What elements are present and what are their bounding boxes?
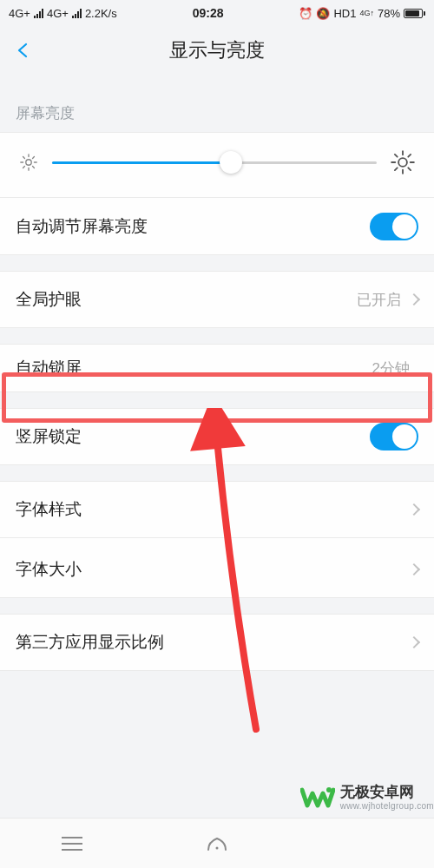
svg-line-8 [33,157,35,159]
status-bar: 4G+ 4G+ 2.2K/s 09:28 ⏰ 🔕 HD1 4G↑ 78% [0,0,434,26]
nav-header: 显示与亮度 [0,26,434,74]
nav-home-button[interactable] [205,832,229,856]
slider-thumb[interactable] [220,151,242,174]
chevron-right-icon [408,562,420,575]
third-party-ratio-label: 第三方应用显示比例 [16,631,410,654]
svg-point-0 [26,160,31,165]
svg-line-16 [395,168,398,170]
brightness-slider-row [0,132,434,198]
row-eye-protect[interactable]: 全局护眼 已开启 [0,271,434,328]
signal-bars-icon [72,9,82,18]
watermark-subtitle: www.wjhotelgroup.com [340,801,434,811]
nav-recent-button[interactable] [60,832,84,856]
auto-brightness-label: 自动调节屏幕亮度 [16,215,370,238]
battery-icon [404,9,425,18]
battery-pct: 78% [378,7,400,20]
row-auto-lock[interactable]: 自动锁屏 2分钟 [0,344,434,392]
chevron-right-icon [408,636,420,648]
watermark: 无极安卓网 www.wjhotelgroup.com [290,779,434,816]
status-left: 4G+ 4G+ 2.2K/s [9,7,117,20]
eye-protect-value: 已开启 [357,290,401,310]
bottom-nav [0,818,434,868]
row-font-size[interactable]: 字体大小 [0,541,434,598]
svg-point-9 [398,158,407,167]
svg-line-17 [408,155,411,157]
row-auto-brightness[interactable]: 自动调节屏幕亮度 [0,198,434,255]
status-time: 09:28 [117,6,299,20]
svg-line-6 [33,167,35,168]
eye-protect-label: 全局护眼 [16,288,357,311]
portrait-lock-label: 竖屏锁定 [16,425,370,448]
portrait-lock-toggle[interactable] [370,423,418,450]
status-right: ⏰ 🔕 HD1 4G↑ 78% [299,7,425,20]
chevron-right-icon [408,503,420,516]
svg-line-15 [408,168,411,170]
chevron-right-icon [408,293,420,306]
auto-lock-value: 2分钟 [372,358,410,378]
svg-line-7 [23,167,25,168]
auto-lock-label: 自动锁屏 [16,357,372,379]
watermark-title: 无极安卓网 [340,785,434,801]
dnd-icon: 🔕 [316,7,330,20]
auto-brightness-toggle[interactable] [370,213,418,240]
row-third-party-ratio[interactable]: 第三方应用显示比例 [0,614,434,671]
svg-line-14 [395,155,398,157]
row-portrait-lock[interactable]: 竖屏锁定 [0,408,434,465]
font-style-label: 字体样式 [16,498,410,521]
svg-point-19 [215,846,218,849]
brightness-slider[interactable] [52,152,377,173]
hamburger-icon [62,837,82,851]
svg-point-18 [326,787,332,792]
net-mini: 4G↑ [359,9,374,17]
sun-small-icon [19,153,38,172]
font-size-label: 字体大小 [16,558,410,581]
watermark-logo-icon [300,785,335,811]
network-label-2: 4G+ [47,7,69,20]
sun-large-icon [391,150,415,174]
alarm-icon: ⏰ [299,7,312,20]
back-button[interactable] [16,43,31,58]
section-label-brightness: 屏幕亮度 [0,89,434,132]
page-title: 显示与亮度 [169,37,265,63]
network-label-1: 4G+ [9,7,30,20]
network-speed: 2.2K/s [85,7,117,20]
home-icon [206,835,228,852]
hd-label: HD1 [333,7,356,20]
svg-line-5 [23,157,25,159]
signal-bars-icon [34,9,43,18]
row-font-style[interactable]: 字体样式 [0,481,434,538]
